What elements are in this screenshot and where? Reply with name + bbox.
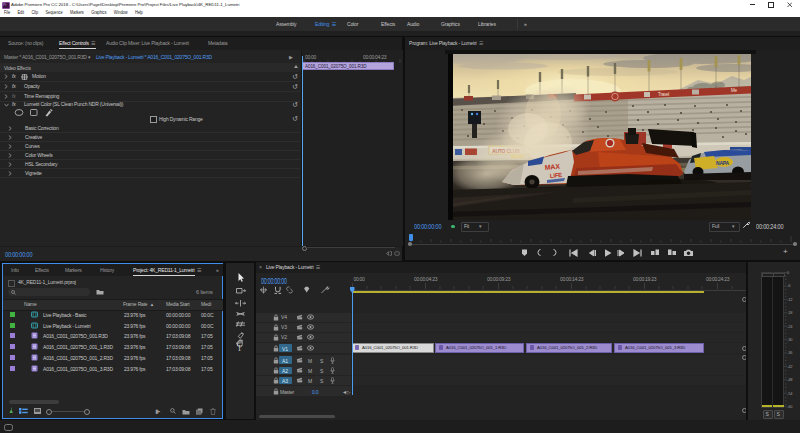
svg-text:Me: Me — [731, 88, 738, 93]
svg-text:Travel: Travel — [658, 92, 669, 97]
svg-text:T: T — [237, 344, 242, 353]
svg-text:NAPA: NAPA — [716, 160, 730, 166]
svg-text:LIFE: LIFE — [550, 172, 563, 179]
svg-text:MAX: MAX — [544, 163, 560, 171]
